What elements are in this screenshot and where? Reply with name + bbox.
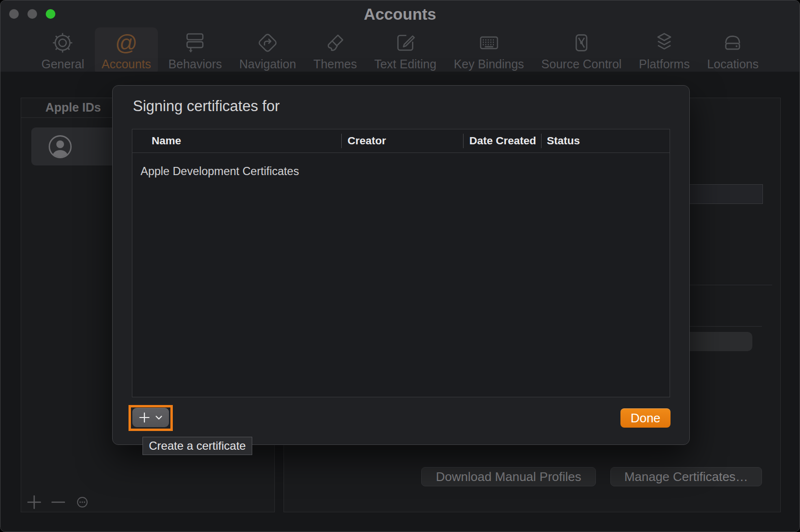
gear-icon [51, 30, 74, 55]
tab-behaviors[interactable]: Behaviors [162, 27, 229, 75]
keyboard-icon [477, 30, 501, 55]
column-divider [463, 134, 464, 148]
tooltip: Create a certificate [142, 437, 252, 455]
person-avatar-icon [48, 135, 72, 159]
manage-certificates-button[interactable]: Manage Certificates… [610, 467, 762, 486]
column-header-date-created[interactable]: Date Created [469, 129, 536, 152]
tab-general[interactable]: General [35, 27, 91, 75]
window-title: Accounts [0, 5, 800, 24]
behaviors-icon [183, 30, 206, 55]
header-divider [132, 152, 670, 153]
download-manual-profiles-button[interactable]: Download Manual Profiles [421, 467, 596, 486]
titlebar: Accounts [0, 0, 800, 25]
add-certificate-pulldown-button[interactable] [132, 408, 169, 427]
tab-source-control[interactable]: Source Control [535, 27, 629, 75]
tab-key-bindings[interactable]: Key Bindings [447, 27, 531, 75]
column-divider [541, 134, 542, 148]
tab-label: Platforms [639, 57, 690, 71]
tab-navigation[interactable]: Navigation [232, 27, 303, 75]
text-editing-icon [394, 30, 417, 55]
at-icon: @ [115, 30, 138, 55]
platforms-icon [653, 30, 676, 55]
column-header-status[interactable]: Status [547, 129, 580, 152]
tab-label: Text Editing [374, 57, 436, 71]
source-control-icon [570, 30, 593, 55]
column-header-creator[interactable]: Creator [348, 129, 386, 152]
tab-themes[interactable]: Themes [307, 27, 363, 75]
tab-platforms[interactable]: Platforms [632, 27, 697, 75]
tab-label: Behaviors [168, 57, 222, 71]
more-options-button[interactable] [74, 494, 90, 510]
column-header-name[interactable]: Name [152, 129, 181, 152]
navigation-icon [256, 30, 279, 55]
tab-label: Themes [313, 57, 357, 71]
tab-label: Key Bindings [454, 57, 524, 71]
tab-locations[interactable]: Locations [700, 27, 765, 75]
certificates-table: Name Creator Date Created Status Apple D… [132, 129, 670, 397]
tab-label: Accounts [102, 57, 151, 71]
tab-label: Navigation [239, 57, 296, 71]
chevron-down-icon [155, 416, 162, 420]
screenshot-root: { "window": { "title": "Accounts" }, "to… [0, 0, 800, 532]
add-account-button[interactable] [26, 494, 42, 510]
tab-label: General [41, 57, 84, 71]
tab-label: Source Control [542, 57, 622, 71]
tab-label: Locations [707, 57, 759, 71]
certificate-group-row[interactable]: Apple Development Certificates [141, 165, 299, 178]
tab-text-editing[interactable]: Text Editing [367, 27, 443, 75]
plus-icon [139, 412, 150, 423]
apple-ids-header-label: Apple IDs [21, 101, 125, 114]
column-divider [341, 134, 342, 148]
done-button[interactable]: Done [620, 408, 671, 428]
drive-icon [721, 30, 744, 55]
signing-certificates-sheet: Signing certificates for Name Creator Da… [112, 85, 690, 445]
tab-accounts[interactable]: @ Accounts [95, 27, 158, 75]
sheet-title: Signing certificates for [133, 98, 280, 115]
paintbrush-icon [323, 30, 347, 55]
xcode-settings-window: Accounts General @ Accounts [0, 0, 800, 532]
settings-toolbar: General @ Accounts Behaviors [0, 27, 800, 72]
remove-account-button[interactable] [50, 494, 66, 510]
